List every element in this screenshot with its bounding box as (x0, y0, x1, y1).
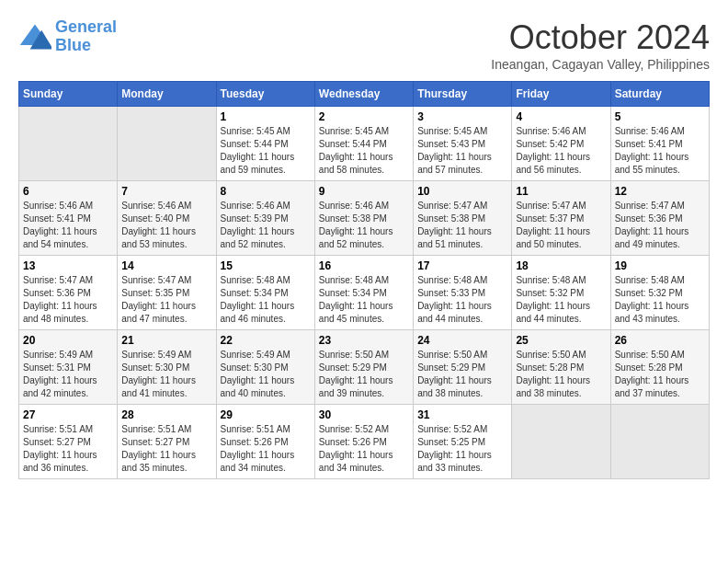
day-info: Sunrise: 5:45 AMSunset: 5:43 PMDaylight:… (417, 125, 507, 177)
calendar-header-row: SundayMondayTuesdayWednesdayThursdayFrid… (19, 82, 710, 107)
day-number: 14 (121, 259, 211, 272)
calendar-cell: 31Sunrise: 5:52 AMSunset: 5:25 PMDayligh… (414, 405, 512, 479)
calendar-cell: 11Sunrise: 5:47 AMSunset: 5:37 PMDayligh… (512, 181, 610, 256)
day-number: 1 (221, 110, 311, 123)
calendar-cell: 5Sunrise: 5:46 AMSunset: 5:41 PMDaylight… (610, 107, 709, 181)
day-info: Sunrise: 5:46 AMSunset: 5:41 PMDaylight:… (615, 125, 705, 177)
calendar-cell (118, 107, 216, 181)
day-number: 22 (221, 334, 311, 347)
day-number: 4 (516, 110, 606, 123)
logo-line1: General (55, 17, 117, 36)
day-number: 17 (417, 259, 507, 272)
day-info: Sunrise: 5:45 AMSunset: 5:44 PMDaylight:… (221, 125, 311, 177)
calendar-cell: 23Sunrise: 5:50 AMSunset: 5:29 PMDayligh… (314, 330, 413, 405)
day-info: Sunrise: 5:50 AMSunset: 5:29 PMDaylight:… (417, 349, 507, 400)
day-number: 12 (615, 185, 705, 198)
day-info: Sunrise: 5:48 AMSunset: 5:33 PMDaylight:… (417, 274, 507, 326)
calendar-cell: 4Sunrise: 5:46 AMSunset: 5:42 PMDaylight… (512, 107, 610, 181)
calendar-cell: 2Sunrise: 5:45 AMSunset: 5:44 PMDaylight… (314, 107, 413, 181)
day-info: Sunrise: 5:51 AMSunset: 5:27 PMDaylight:… (121, 423, 211, 475)
calendar-cell: 29Sunrise: 5:51 AMSunset: 5:26 PMDayligh… (216, 405, 314, 479)
day-number: 5 (615, 110, 705, 123)
day-info: Sunrise: 5:49 AMSunset: 5:30 PMDaylight:… (221, 349, 311, 400)
calendar-week-4: 27Sunrise: 5:51 AMSunset: 5:27 PMDayligh… (19, 405, 710, 479)
calendar-cell: 17Sunrise: 5:48 AMSunset: 5:33 PMDayligh… (414, 256, 512, 330)
day-info: Sunrise: 5:47 AMSunset: 5:36 PMDaylight:… (23, 274, 113, 326)
month-title: October 2024 (491, 18, 710, 57)
day-info: Sunrise: 5:46 AMSunset: 5:40 PMDaylight:… (121, 200, 211, 251)
day-info: Sunrise: 5:47 AMSunset: 5:36 PMDaylight:… (615, 200, 705, 251)
day-info: Sunrise: 5:49 AMSunset: 5:31 PMDaylight:… (23, 349, 113, 400)
day-number: 2 (319, 110, 409, 123)
day-number: 9 (319, 185, 409, 198)
day-info: Sunrise: 5:50 AMSunset: 5:29 PMDaylight:… (319, 349, 409, 400)
day-info: Sunrise: 5:47 AMSunset: 5:37 PMDaylight:… (516, 200, 606, 251)
day-number: 18 (516, 259, 606, 272)
day-info: Sunrise: 5:51 AMSunset: 5:26 PMDaylight:… (221, 423, 311, 475)
day-number: 10 (417, 185, 507, 198)
day-number: 19 (615, 259, 705, 272)
day-number: 31 (417, 408, 507, 421)
day-info: Sunrise: 5:45 AMSunset: 5:44 PMDaylight:… (319, 125, 409, 177)
calendar-week-3: 20Sunrise: 5:49 AMSunset: 5:31 PMDayligh… (19, 330, 710, 405)
header-day-saturday: Saturday (610, 82, 709, 107)
calendar-cell: 3Sunrise: 5:45 AMSunset: 5:43 PMDaylight… (414, 107, 512, 181)
day-number: 8 (221, 185, 311, 198)
day-number: 7 (121, 185, 211, 198)
calendar-cell: 25Sunrise: 5:50 AMSunset: 5:28 PMDayligh… (512, 330, 610, 405)
day-info: Sunrise: 5:50 AMSunset: 5:28 PMDaylight:… (615, 349, 705, 400)
calendar-cell: 18Sunrise: 5:48 AMSunset: 5:32 PMDayligh… (512, 256, 610, 330)
day-number: 20 (23, 334, 113, 347)
calendar-cell: 19Sunrise: 5:48 AMSunset: 5:32 PMDayligh… (610, 256, 709, 330)
header-day-wednesday: Wednesday (314, 82, 413, 107)
calendar-cell: 16Sunrise: 5:48 AMSunset: 5:34 PMDayligh… (314, 256, 413, 330)
day-number: 16 (319, 259, 409, 272)
calendar-cell: 10Sunrise: 5:47 AMSunset: 5:38 PMDayligh… (414, 181, 512, 256)
day-info: Sunrise: 5:46 AMSunset: 5:38 PMDaylight:… (319, 200, 409, 251)
logo-text: General Blue (55, 18, 117, 55)
calendar-cell: 21Sunrise: 5:49 AMSunset: 5:30 PMDayligh… (118, 330, 216, 405)
header-day-tuesday: Tuesday (216, 82, 314, 107)
calendar-cell: 13Sunrise: 5:47 AMSunset: 5:36 PMDayligh… (19, 256, 118, 330)
day-number: 29 (221, 408, 311, 421)
calendar-cell: 6Sunrise: 5:46 AMSunset: 5:41 PMDaylight… (19, 181, 118, 256)
calendar-cell: 7Sunrise: 5:46 AMSunset: 5:40 PMDaylight… (118, 181, 216, 256)
subtitle: Ineangan, Cagayan Valley, Philippines (491, 57, 710, 72)
day-number: 15 (221, 259, 311, 272)
day-info: Sunrise: 5:48 AMSunset: 5:34 PMDaylight:… (221, 274, 311, 326)
calendar-week-0: 1Sunrise: 5:45 AMSunset: 5:44 PMDaylight… (19, 107, 710, 181)
day-info: Sunrise: 5:52 AMSunset: 5:26 PMDaylight:… (319, 423, 409, 475)
header-day-monday: Monday (118, 82, 216, 107)
day-number: 6 (23, 185, 113, 198)
logo-icon (18, 20, 51, 53)
header-day-thursday: Thursday (414, 82, 512, 107)
title-area: October 2024 Ineangan, Cagayan Valley, P… (491, 18, 710, 72)
calendar-cell: 30Sunrise: 5:52 AMSunset: 5:26 PMDayligh… (314, 405, 413, 479)
calendar-cell (512, 405, 610, 479)
calendar-cell: 24Sunrise: 5:50 AMSunset: 5:29 PMDayligh… (414, 330, 512, 405)
day-info: Sunrise: 5:46 AMSunset: 5:41 PMDaylight:… (23, 200, 113, 251)
day-number: 3 (417, 110, 507, 123)
day-number: 28 (121, 408, 211, 421)
header: General Blue October 2024 Ineangan, Caga… (18, 18, 710, 72)
calendar-cell: 9Sunrise: 5:46 AMSunset: 5:38 PMDaylight… (314, 181, 413, 256)
day-info: Sunrise: 5:48 AMSunset: 5:34 PMDaylight:… (319, 274, 409, 326)
day-info: Sunrise: 5:48 AMSunset: 5:32 PMDaylight:… (615, 274, 705, 326)
day-number: 23 (319, 334, 409, 347)
day-info: Sunrise: 5:46 AMSunset: 5:39 PMDaylight:… (221, 200, 311, 251)
calendar-week-2: 13Sunrise: 5:47 AMSunset: 5:36 PMDayligh… (19, 256, 710, 330)
calendar-cell: 8Sunrise: 5:46 AMSunset: 5:39 PMDaylight… (216, 181, 314, 256)
calendar-cell: 15Sunrise: 5:48 AMSunset: 5:34 PMDayligh… (216, 256, 314, 330)
day-info: Sunrise: 5:48 AMSunset: 5:32 PMDaylight:… (516, 274, 606, 326)
calendar-cell: 14Sunrise: 5:47 AMSunset: 5:35 PMDayligh… (118, 256, 216, 330)
logo-line2: Blue (55, 36, 91, 54)
calendar-cell (19, 107, 118, 181)
calendar-week-1: 6Sunrise: 5:46 AMSunset: 5:41 PMDaylight… (19, 181, 710, 256)
calendar-cell: 20Sunrise: 5:49 AMSunset: 5:31 PMDayligh… (19, 330, 118, 405)
day-info: Sunrise: 5:52 AMSunset: 5:25 PMDaylight:… (417, 423, 507, 475)
day-info: Sunrise: 5:47 AMSunset: 5:38 PMDaylight:… (417, 200, 507, 251)
day-number: 11 (516, 185, 606, 198)
header-day-friday: Friday (512, 82, 610, 107)
calendar-cell: 27Sunrise: 5:51 AMSunset: 5:27 PMDayligh… (19, 405, 118, 479)
day-number: 27 (23, 408, 113, 421)
